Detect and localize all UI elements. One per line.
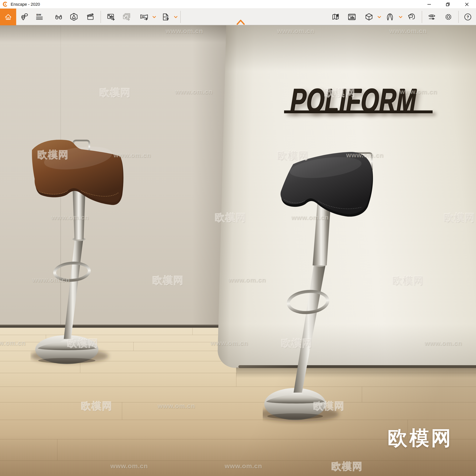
clapperboard-icon bbox=[86, 12, 95, 21]
toolbar-separator bbox=[422, 11, 422, 23]
chevron-down-icon bbox=[377, 16, 381, 18]
restore-icon bbox=[446, 2, 450, 6]
minimize-icon bbox=[427, 2, 431, 6]
chevron-up-icon bbox=[237, 19, 245, 25]
toolbar-separator bbox=[101, 11, 101, 23]
chevron-down-icon bbox=[152, 16, 156, 18]
scene-overview-button[interactable] bbox=[68, 10, 80, 24]
svg-text:BIM: BIM bbox=[36, 13, 41, 16]
map-icon bbox=[331, 12, 341, 21]
home-icon bbox=[4, 12, 13, 21]
panorama-export-button[interactable]: 360° bbox=[138, 10, 150, 24]
wings-icon bbox=[385, 12, 394, 21]
fly-mode-button[interactable] bbox=[384, 10, 396, 24]
toolbar-expand-control[interactable] bbox=[237, 19, 245, 25]
projection-dropdown[interactable] bbox=[377, 16, 382, 19]
location-comment-icon bbox=[20, 12, 29, 21]
toolbar-separator bbox=[458, 11, 459, 23]
chevron-down-icon bbox=[399, 16, 403, 18]
video-editor-button[interactable] bbox=[84, 10, 97, 24]
chevron-down-icon bbox=[174, 16, 178, 18]
title-bar: Enscape - 2020 bbox=[0, 0, 476, 9]
svg-text:360°: 360° bbox=[141, 16, 145, 18]
virtual-reality-button[interactable] bbox=[406, 10, 418, 24]
vr-headset-icon bbox=[407, 12, 416, 21]
screenshot-export-button[interactable] bbox=[105, 10, 117, 24]
gear-icon bbox=[444, 12, 453, 21]
fly-mode-dropdown[interactable] bbox=[398, 16, 403, 19]
close-button[interactable] bbox=[459, 0, 475, 9]
feedback-pin-button[interactable] bbox=[18, 10, 31, 24]
svg-text:?: ? bbox=[467, 15, 469, 19]
panorama-dropdown[interactable] bbox=[152, 16, 156, 19]
eye-slider-icon bbox=[427, 12, 436, 21]
render-viewport[interactable] bbox=[0, 25, 476, 476]
cube-icon bbox=[364, 12, 374, 21]
help-button[interactable]: ? bbox=[462, 10, 474, 24]
batch-export-button[interactable] bbox=[120, 10, 133, 24]
home-button[interactable] bbox=[0, 9, 16, 25]
svg-text:EXE: EXE bbox=[164, 16, 167, 18]
batch-export-icon bbox=[122, 12, 131, 21]
bim-information-button[interactable]: BIM bbox=[33, 10, 46, 24]
bim-icon: BIM bbox=[35, 12, 44, 21]
enscape-logo-icon bbox=[2, 1, 8, 7]
mini-map-button[interactable] bbox=[330, 10, 342, 24]
close-icon bbox=[465, 2, 469, 6]
image-export-icon bbox=[106, 12, 116, 21]
exe-export-button[interactable]: EXE bbox=[160, 10, 172, 24]
find-objects-button[interactable] bbox=[52, 10, 65, 24]
panorama-360-icon: 360° bbox=[139, 12, 149, 21]
toolbar-separator bbox=[180, 11, 181, 23]
view-management-button[interactable] bbox=[346, 10, 358, 24]
saved-views-icon bbox=[347, 12, 357, 21]
restore-button[interactable] bbox=[440, 0, 456, 9]
help-icon: ? bbox=[463, 12, 472, 21]
exe-export-icon: EXE bbox=[161, 12, 170, 21]
minimize-button[interactable] bbox=[422, 0, 437, 9]
general-settings-button[interactable] bbox=[442, 10, 455, 24]
binoculars-icon bbox=[54, 12, 63, 21]
enscape-toolbar: BIM bbox=[0, 9, 476, 25]
exe-dropdown[interactable] bbox=[173, 16, 178, 19]
visual-settings-button[interactable] bbox=[426, 10, 438, 24]
scene-cube-icon bbox=[69, 12, 78, 21]
projection-mode-button[interactable] bbox=[363, 10, 375, 24]
window-title: Enscape - 2020 bbox=[11, 0, 40, 9]
